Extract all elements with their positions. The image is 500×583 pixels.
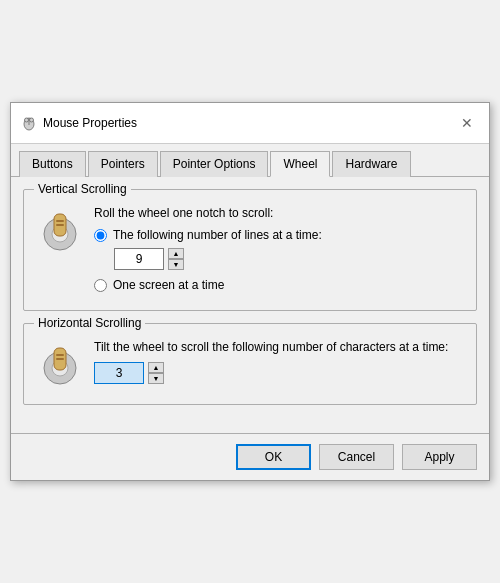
lines-spin-down[interactable]: ▼ — [168, 259, 184, 270]
chars-spin-buttons: ▲ ▼ — [148, 362, 164, 384]
lines-input[interactable] — [114, 248, 164, 270]
chars-input[interactable] — [94, 362, 144, 384]
svg-rect-7 — [56, 220, 64, 222]
horizontal-wheel-icon — [36, 340, 84, 388]
apply-button[interactable]: Apply — [402, 444, 477, 470]
tab-bar: Buttons Pointers Pointer Options Wheel H… — [11, 144, 489, 177]
svg-rect-3 — [30, 118, 34, 122]
ok-button[interactable]: OK — [236, 444, 311, 470]
radio-screen-label: One screen at a time — [113, 278, 224, 292]
svg-rect-2 — [25, 118, 29, 122]
tab-pointer-options[interactable]: Pointer Options — [160, 151, 269, 177]
horizontal-scrolling-group: Horizontal Scrolling Tilt the wheel to s… — [23, 323, 477, 405]
lines-spin-buttons: ▲ ▼ — [168, 248, 184, 270]
cancel-button[interactable]: Cancel — [319, 444, 394, 470]
tab-pointers[interactable]: Pointers — [88, 151, 158, 177]
mouse-properties-window: Mouse Properties ✕ Buttons Pointers Poin… — [10, 102, 490, 481]
chars-spin-down[interactable]: ▼ — [148, 373, 164, 384]
tab-content: Vertical Scrolling Roll the wheel one no… — [11, 177, 489, 429]
tab-wheel[interactable]: Wheel — [270, 151, 330, 177]
vertical-scrolling-inner: Roll the wheel one notch to scroll: The … — [36, 206, 464, 298]
vertical-scrolling-label: Vertical Scrolling — [34, 182, 131, 196]
tab-buttons[interactable]: Buttons — [19, 151, 86, 177]
title-bar-left: Mouse Properties — [21, 115, 137, 131]
horizontal-desc: Tilt the wheel to scroll the following n… — [94, 340, 464, 354]
horizontal-scrolling-options: Tilt the wheel to scroll the following n… — [94, 340, 464, 392]
radio-lines-row: The following number of lines at a time: — [94, 228, 464, 242]
lines-spin-up[interactable]: ▲ — [168, 248, 184, 259]
mouse-icon — [21, 115, 37, 131]
tab-hardware[interactable]: Hardware — [332, 151, 410, 177]
footer: OK Cancel Apply — [11, 433, 489, 480]
svg-rect-12 — [56, 354, 64, 356]
chars-spin-up[interactable]: ▲ — [148, 362, 164, 373]
radio-screen[interactable] — [94, 279, 107, 292]
window-title: Mouse Properties — [43, 116, 137, 130]
svg-rect-13 — [56, 358, 64, 360]
radio-lines-label: The following number of lines at a time: — [113, 228, 322, 242]
vertical-wheel-icon — [36, 206, 84, 254]
radio-screen-row: One screen at a time — [94, 278, 464, 292]
radio-lines[interactable] — [94, 229, 107, 242]
close-button[interactable]: ✕ — [455, 111, 479, 135]
svg-rect-8 — [56, 224, 64, 226]
vertical-scrolling-options: Roll the wheel one notch to scroll: The … — [94, 206, 464, 298]
lines-spin-row: ▲ ▼ — [114, 248, 464, 270]
horizontal-scrolling-inner: Tilt the wheel to scroll the following n… — [36, 340, 464, 392]
horizontal-scrolling-label: Horizontal Scrolling — [34, 316, 145, 330]
chars-spin-row: ▲ ▼ — [94, 362, 464, 384]
vertical-desc: Roll the wheel one notch to scroll: — [94, 206, 464, 220]
title-bar: Mouse Properties ✕ — [11, 103, 489, 144]
vertical-scrolling-group: Vertical Scrolling Roll the wheel one no… — [23, 189, 477, 311]
